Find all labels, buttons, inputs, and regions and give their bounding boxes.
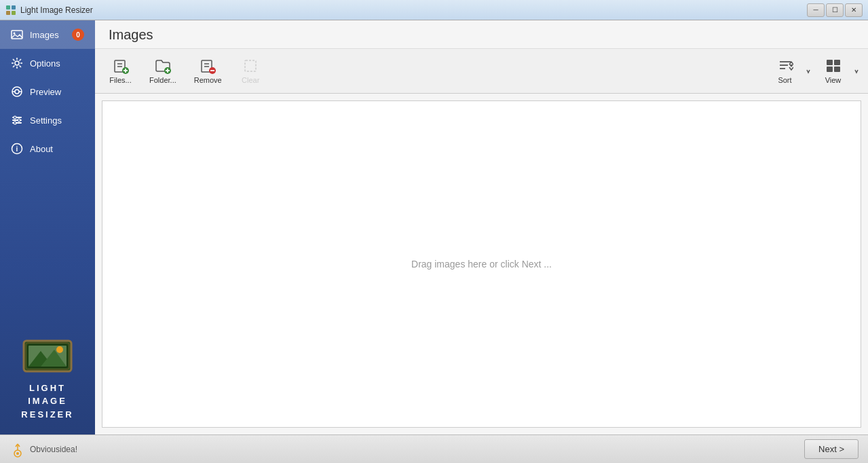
page-title: Images <box>109 27 854 43</box>
svg-rect-2 <box>6 11 10 15</box>
clear-icon <box>242 58 259 74</box>
svg-rect-54 <box>834 60 840 65</box>
view-dropdown-arrow[interactable] <box>852 64 861 78</box>
svg-rect-4 <box>12 31 22 39</box>
sort-icon <box>777 58 793 74</box>
files-add-icon <box>113 58 129 74</box>
files-button-label: Files... <box>109 76 131 84</box>
sidebar-item-preview[interactable]: Preview <box>0 77 95 106</box>
close-button[interactable]: ✕ <box>845 3 863 17</box>
view-chevron-icon <box>853 64 860 78</box>
sort-button-group: Sort <box>766 53 813 89</box>
footer: Obviousidea! Next > <box>0 434 868 463</box>
images-icon <box>11 29 23 41</box>
clear-button-label: Clear <box>242 76 259 84</box>
sidebar-options-label: Options <box>30 58 60 69</box>
titlebar: Light Image Resizer ─ ☐ ✕ <box>0 0 868 20</box>
images-badge: 0 <box>72 29 84 41</box>
sidebar-item-settings[interactable]: Settings <box>0 106 95 134</box>
svg-point-32 <box>56 346 63 353</box>
remove-button[interactable]: Remove <box>187 53 229 89</box>
svg-point-6 <box>15 61 19 65</box>
svg-point-22 <box>14 116 16 119</box>
sidebar-about-label: About <box>30 144 53 154</box>
clear-button[interactable]: Clear <box>232 53 269 89</box>
titlebar-title: Light Image Resizer <box>20 5 93 15</box>
svg-line-14 <box>13 66 15 68</box>
footer-logo-icon <box>10 441 26 458</box>
remove-icon <box>200 58 216 74</box>
view-button[interactable]: View <box>814 53 852 89</box>
sort-button[interactable]: Sort <box>766 53 804 89</box>
app-body: Images 0 Options <box>0 20 868 434</box>
svg-line-12 <box>20 66 22 68</box>
view-button-group: View <box>814 53 861 89</box>
svg-point-23 <box>18 119 20 122</box>
svg-point-5 <box>14 33 16 35</box>
next-button[interactable]: Next > <box>804 439 858 459</box>
minimize-button[interactable]: ─ <box>807 3 825 17</box>
svg-point-24 <box>14 122 16 124</box>
toolbar-right: Sort <box>766 53 861 89</box>
sort-dropdown-arrow[interactable] <box>804 64 813 78</box>
sidebar-preview-label: Preview <box>30 87 61 97</box>
titlebar-left: Light Image Resizer <box>5 5 93 16</box>
options-icon <box>11 57 23 69</box>
content: Images Files... <box>95 20 868 434</box>
svg-rect-53 <box>827 60 833 65</box>
files-button[interactable]: Files... <box>102 53 139 89</box>
sort-button-label: Sort <box>778 76 791 84</box>
svg-rect-56 <box>834 67 840 72</box>
svg-rect-55 <box>827 67 833 72</box>
view-icon <box>825 58 842 74</box>
app-logo <box>20 337 75 375</box>
footer-brand: Obviousidea! <box>10 441 77 458</box>
svg-rect-3 <box>12 11 16 15</box>
toolbar: Files... Folder... <box>95 49 868 94</box>
sidebar: Images 0 Options <box>0 20 95 434</box>
app-icon <box>5 5 16 16</box>
sidebar-item-options[interactable]: Options <box>0 49 95 77</box>
dropzone-placeholder: Drag images here or click Next ... <box>411 259 552 270</box>
remove-button-label: Remove <box>194 76 222 84</box>
sidebar-settings-label: Settings <box>30 115 62 126</box>
settings-icon <box>11 114 23 126</box>
view-button-label: View <box>825 76 842 84</box>
sidebar-item-about[interactable]: i About <box>0 134 95 163</box>
page-header: Images <box>95 20 868 49</box>
svg-line-13 <box>20 59 22 61</box>
sidebar-logo: LIGHT IMAGE RESIZER <box>0 324 95 435</box>
preview-icon <box>11 86 23 98</box>
folder-add-icon <box>155 58 171 74</box>
footer-brand-text: Obviousidea! <box>30 445 77 454</box>
svg-rect-1 <box>12 5 16 10</box>
svg-line-11 <box>13 59 15 61</box>
folder-button-label: Folder... <box>149 76 176 84</box>
folder-button[interactable]: Folder... <box>142 53 184 89</box>
svg-point-16 <box>15 90 19 94</box>
svg-rect-0 <box>6 5 10 10</box>
about-icon: i <box>11 143 23 155</box>
titlebar-controls: ─ ☐ ✕ <box>807 3 863 17</box>
sort-chevron-icon <box>805 64 812 78</box>
logo-text: LIGHT IMAGE RESIZER <box>21 382 73 422</box>
svg-text:i: i <box>16 145 18 153</box>
sidebar-images-label: Images <box>30 30 59 40</box>
svg-rect-49 <box>245 60 256 71</box>
sidebar-item-images[interactable]: Images 0 <box>0 20 95 49</box>
maximize-button[interactable]: ☐ <box>826 3 844 17</box>
svg-point-58 <box>16 452 19 455</box>
dropzone[interactable]: Drag images here or click Next ... <box>102 100 861 428</box>
